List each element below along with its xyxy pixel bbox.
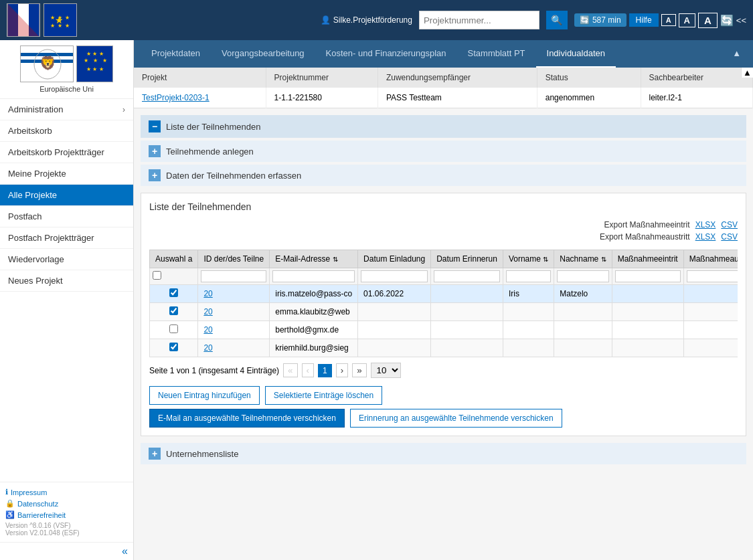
first-page-button[interactable]: « — [283, 363, 297, 377]
filter-email-input[interactable] — [272, 270, 355, 282]
svg-text:★ ★ ★: ★ ★ ★ — [50, 23, 70, 29]
col-nachname[interactable]: Nachname ⇅ — [554, 250, 612, 268]
sidebar-item-arbeitskorb-pt[interactable]: Arbeitskorb Projektträger — [0, 142, 133, 163]
export-eintritt-csv[interactable]: CSV — [721, 220, 738, 229]
filter-nachname-cell — [554, 268, 612, 285]
tab-vorgangsbearbeitung[interactable]: Vorgangsbearbeitung — [211, 40, 315, 68]
tab-individualdaten[interactable]: Individualdaten — [536, 40, 616, 68]
sidebar-item-alle-projekte[interactable]: Alle Projekte — [0, 185, 133, 206]
version1: Version ^8.0.16 (VSF) — [5, 522, 128, 529]
row-checkbox[interactable] — [169, 324, 178, 333]
tabs-bar: Projektdaten Vorgangsbearbeitung Kosten-… — [134, 40, 753, 68]
search-button[interactable]: 🔍 — [546, 11, 568, 29]
tab-kosten-finanzierungsplan[interactable]: Kosten- und Finanzierungsplan — [315, 40, 457, 68]
col-projekt: Projekt — [134, 68, 266, 88]
prev-page-button[interactable]: ‹ — [302, 363, 314, 377]
sidebar-item-postfach[interactable]: Postfach — [0, 206, 133, 227]
section-liste-teilnehmenden[interactable]: − Liste der Teilnehmenden — [141, 115, 746, 138]
filter-id-input[interactable] — [201, 270, 266, 282]
sidebar-item-administration[interactable]: Administration › — [0, 99, 133, 120]
id-link[interactable]: 20 — [203, 307, 212, 316]
sidebar-collapse-button[interactable]: « — [122, 545, 128, 557]
export-eintritt-xlsx[interactable]: XLSX — [695, 220, 716, 229]
export-austritt-xlsx[interactable]: XLSX — [695, 232, 716, 242]
filter-email-cell — [270, 268, 358, 285]
col-email[interactable]: E-Mail-Adresse ⇅ — [270, 250, 358, 268]
last-page-button[interactable]: » — [352, 363, 366, 377]
section-unternehmensliste[interactable]: + Unternehmensliste — [141, 443, 746, 464]
tabs-scroll-up[interactable]: ▲ — [727, 40, 746, 68]
filter-eintritt-input[interactable] — [615, 270, 681, 282]
id-link[interactable]: 20 — [203, 289, 212, 298]
add-entry-button[interactable]: Neuen Eintrag hinzufügen — [149, 386, 260, 405]
filter-nachname-input[interactable] — [557, 270, 608, 282]
cell-email: berthold@gmx.de — [270, 321, 358, 339]
cell-nachname: Matzelo — [554, 285, 612, 303]
page-size-select[interactable]: 10 25 50 — [371, 363, 401, 378]
font-small-button[interactable]: A — [661, 14, 676, 26]
scroll-up-btn[interactable]: ▲ — [741, 68, 753, 78]
next-page-button[interactable]: › — [336, 363, 348, 377]
datenschutz-link[interactable]: 🔒 Datenschutz — [5, 499, 128, 508]
export-austritt-csv[interactable]: CSV — [721, 232, 738, 242]
current-page[interactable]: 1 — [318, 364, 332, 377]
select-all-checkbox[interactable] — [153, 271, 161, 280]
filter-austritt-input[interactable] — [687, 270, 738, 282]
sidebar-nav: Administration › Arbeitskorb Arbeitskorb… — [0, 99, 133, 482]
send-reminder-button[interactable]: Erinnerung an ausgewählte Teilnehmende v… — [350, 409, 562, 428]
subsection-teilnehmende-anlegen[interactable]: + Teilnehmende anlegen — [141, 141, 746, 162]
filter-vorname-input[interactable] — [506, 270, 551, 282]
sidebar-eu-logo: ★ ★ ★ ★ ★ ★ ★ ★ ★ — [76, 45, 113, 82]
table-row: 20 berthold@gmx.de nein — [150, 321, 738, 339]
sidebar-item-neues-projekt[interactable]: Neues Projekt — [0, 270, 133, 292]
sort-vorname-icon: ⇅ — [543, 256, 548, 263]
back-button[interactable]: << — [736, 15, 746, 25]
sidebar-item-meine-projekte[interactable]: Meine Projekte — [0, 163, 133, 185]
accessibility-icon: ♿ — [5, 510, 15, 519]
svg-text:★: ★ — [102, 58, 106, 64]
sidebar-item-label: Administration — [8, 104, 63, 114]
filter-vorname-cell — [503, 268, 554, 285]
sort-icon: ⇅ — [333, 256, 338, 263]
filter-einladung-input[interactable] — [361, 270, 428, 282]
font-medium-button[interactable]: A — [679, 13, 695, 27]
tab-projektdaten[interactable]: Projektdaten — [141, 40, 211, 68]
impressum-link[interactable]: ℹ Impressum — [5, 488, 128, 496]
id-link[interactable]: 20 — [203, 325, 212, 335]
row-checkbox[interactable] — [169, 288, 178, 297]
export-row-eintritt: Export Maßnahmeeintrit XLSX CSV — [604, 220, 738, 229]
col-id[interactable]: ID der/des Teilne — [198, 250, 270, 268]
svg-text:🦁: 🦁 — [39, 55, 56, 71]
tab-stammblatt-pt[interactable]: Stammblatt PT — [457, 40, 536, 68]
cell-datum-einladung — [358, 339, 431, 357]
col-massnahmeeintritt: Maßnahmeeintrit — [612, 250, 683, 268]
id-link[interactable]: 20 — [203, 343, 212, 353]
send-email-button[interactable]: E-Mail an ausgewählte Teilnehmende versc… — [149, 409, 345, 428]
search-input[interactable] — [419, 11, 539, 29]
col-vorname[interactable]: Vorname ⇅ — [503, 250, 554, 268]
sidebar-item-wiedervorlage[interactable]: Wiedervorlage — [0, 249, 133, 270]
table-row: 20 iris.matzelo@pass-co 01.06.2022 Iris … — [150, 285, 738, 303]
sidebar-item-postfach-pt[interactable]: Postfach Projektträger — [0, 227, 133, 249]
subsection-daten-toggle-button[interactable]: + — [149, 169, 161, 181]
subsection-toggle-button[interactable]: + — [149, 145, 161, 157]
section-toggle-button[interactable]: − — [149, 120, 161, 132]
unternehmensliste-toggle-button[interactable]: + — [149, 448, 161, 460]
barrierefreiheit-label: Barrierefreiheit — [17, 511, 66, 519]
subsection-daten-erfassen[interactable]: + Daten der Teilnehmenden erfassen — [141, 165, 746, 186]
header-actions: 🔄 587 min Hilfe A A A 🔄 << — [574, 13, 746, 28]
filter-erinnerung-input[interactable] — [434, 270, 500, 282]
hilfe-button[interactable]: Hilfe — [629, 13, 659, 27]
cell-massnahmeeintritt — [612, 303, 683, 321]
cell-massnahmeaustritt — [683, 303, 738, 321]
sidebar-item-label: Neues Projekt — [8, 276, 63, 286]
barrierefreiheit-link[interactable]: ♿ Barrierefreiheit — [5, 510, 128, 519]
delete-selected-button[interactable]: Selektierte Einträge löschen — [265, 386, 382, 405]
row-checkbox[interactable] — [169, 343, 178, 351]
row-checkbox[interactable] — [169, 306, 178, 315]
sidebar-item-arbeitskorb[interactable]: Arbeitskorb — [0, 120, 133, 142]
font-large-button[interactable]: A — [698, 13, 718, 28]
impressum-label: Impressum — [11, 488, 47, 496]
header-search[interactable] — [419, 11, 539, 29]
page-refresh-button[interactable]: 🔄 — [720, 14, 734, 27]
